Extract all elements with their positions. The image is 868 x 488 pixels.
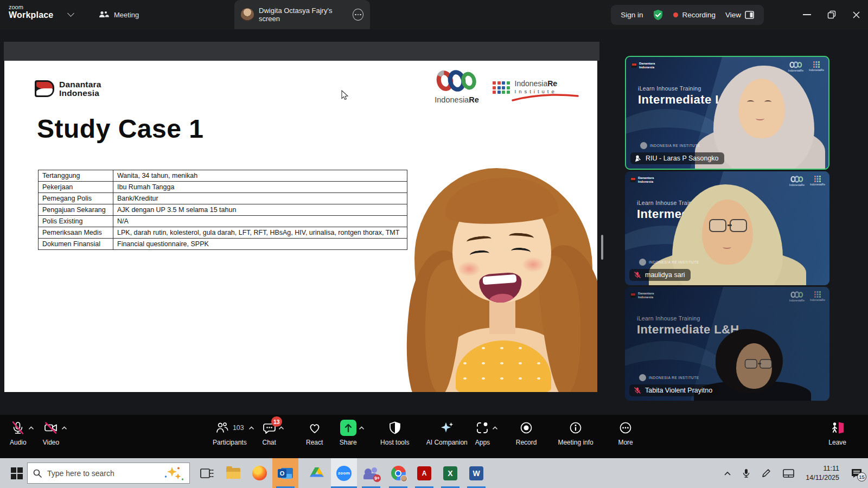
meeting-info-button[interactable]: Meeting info xyxy=(548,420,603,446)
host-tools-button[interactable]: Host tools xyxy=(371,420,419,446)
leave-button[interactable]: Leave xyxy=(828,420,846,446)
taskbar-clock[interactable]: 11:11 14/11/2025 xyxy=(806,464,839,482)
teams-icon: 9+ xyxy=(363,466,379,480)
apps-button[interactable]: Apps xyxy=(475,420,490,446)
clock-time: 11:11 xyxy=(806,464,839,473)
taskbar-search[interactable] xyxy=(27,463,190,484)
meeting-toolbar: Audio Video 103 Participants xyxy=(0,415,868,458)
indonesiare-rings-icon xyxy=(434,69,480,92)
close-icon[interactable] xyxy=(852,11,860,19)
hidden-icons-chevron-icon[interactable] xyxy=(724,471,731,476)
firefox-button[interactable] xyxy=(246,458,272,488)
chrome-button[interactable] xyxy=(385,458,411,488)
word-button[interactable]: W xyxy=(463,458,489,488)
audio-options-chevron-icon[interactable] xyxy=(27,420,36,436)
ai-sparkle-icon xyxy=(439,421,454,435)
windows-logo-icon xyxy=(11,467,23,479)
institute-squares-icon xyxy=(493,81,510,94)
maximize-restore-icon[interactable] xyxy=(827,10,836,19)
table-row: Polis ExistingN/A xyxy=(39,216,407,227)
recording-dot-icon xyxy=(673,12,678,17)
tray-pen-icon[interactable] xyxy=(761,468,771,478)
share-chevron-icon[interactable] xyxy=(357,420,367,436)
vertical-scrollbar[interactable] xyxy=(601,235,603,260)
row-label: Pemeriksaan Medis xyxy=(39,227,113,239)
zoom-app-button[interactable]: zoom xyxy=(331,458,357,488)
video-tile-maulidya[interactable]: DanantaraIndonesia IndonesiaRe Indonesia… xyxy=(625,171,829,285)
indonesiare-text: Indonesia xyxy=(435,95,469,104)
more-label: More xyxy=(618,439,633,446)
chrome-icon xyxy=(391,466,406,480)
more-button[interactable]: More xyxy=(603,420,648,446)
zoom-meeting-window: zoom Workplace Meeting Dwigita Octasya F… xyxy=(0,0,868,488)
pin-icon xyxy=(635,155,642,162)
file-explorer-button[interactable] xyxy=(220,458,246,488)
watermark-avatar xyxy=(639,259,646,266)
glasses-icon xyxy=(709,219,747,232)
google-drive-button[interactable] xyxy=(304,458,330,488)
minimize-icon[interactable] xyxy=(803,14,811,15)
record-button[interactable]: Record xyxy=(504,420,548,446)
participants-icon xyxy=(215,421,229,435)
table-row: Pemeriksaan MedisLPK, darah rutin, koles… xyxy=(39,227,407,239)
participant-nameplate: RIU - Laras P Sasongko xyxy=(630,152,724,164)
girl-illustration xyxy=(410,168,597,392)
excel-button[interactable]: X xyxy=(437,458,463,488)
leave-door-icon xyxy=(830,421,845,435)
brand-zoom: zoom xyxy=(9,4,53,11)
participant-nameplate: Tabita Violent Prayitno xyxy=(629,384,718,396)
tab-shared-screen[interactable]: Dwigita Octasya Fajry's screen xyxy=(234,0,370,29)
participant-name: Tabita Violent Prayitno xyxy=(645,387,712,394)
ai-companion-button[interactable]: AI Companion xyxy=(419,420,475,446)
indonesiare-institute-logo: IndonesiaRe Institute xyxy=(493,79,557,94)
apps-chevron-icon[interactable] xyxy=(490,420,500,436)
tab-meeting[interactable]: Meeting xyxy=(93,0,144,29)
participant-face xyxy=(738,79,785,138)
video-button[interactable]: Video xyxy=(43,420,59,446)
acrobat-icon: A xyxy=(417,466,431,480)
teams-button[interactable]: 9+ xyxy=(358,458,384,488)
muted-mic-icon xyxy=(634,387,641,394)
participants-button[interactable]: 103 Participants xyxy=(213,420,247,446)
row-label: Pemegang Polis xyxy=(39,193,113,204)
background-watermark: INDONESIA RE INSTITUTE xyxy=(639,374,699,381)
row-label: Dokumen Finansial xyxy=(39,239,113,250)
audio-button[interactable]: Audio xyxy=(10,420,27,446)
info-icon xyxy=(569,421,583,435)
participant-nameplate: maulidya sari xyxy=(629,269,691,281)
participant-name: maulidya sari xyxy=(645,271,685,279)
google-drive-icon xyxy=(310,467,324,479)
react-button[interactable]: React xyxy=(294,420,335,446)
table-row: Pemegang PolisBank/Kreditur xyxy=(39,193,407,204)
bing-sparkle-icon xyxy=(163,466,184,481)
background-watermark: INDONESIA RE INSTITUTE xyxy=(640,142,700,149)
security-shield-icon[interactable] xyxy=(653,9,663,21)
video-tile-laras[interactable]: DanantaraIndonesia IndonesiaRe Indonesia… xyxy=(625,56,829,170)
share-button[interactable]: Share xyxy=(340,420,357,446)
chat-button[interactable]: 13 Chat xyxy=(262,420,277,446)
row-label: Pengajuan Sekarang xyxy=(39,204,113,216)
video-options-chevron-icon[interactable] xyxy=(59,420,69,436)
muted-camera-icon xyxy=(43,421,59,435)
notification-center-button[interactable]: 15 xyxy=(851,468,863,479)
tray-microphone-icon[interactable] xyxy=(743,468,750,478)
video-tile-tabita[interactable]: DanantaraIndonesia IndonesiaRe Indonesia… xyxy=(625,287,829,401)
apps-icon xyxy=(475,421,489,435)
outlook-button[interactable]: O xyxy=(272,458,298,488)
view-button[interactable]: View xyxy=(725,11,754,19)
task-view-button[interactable] xyxy=(194,458,220,488)
tab-shared-screen-label: Dwigita Octasya Fajry's screen xyxy=(259,7,348,23)
tab-options-ellipsis-icon[interactable] xyxy=(353,9,363,21)
start-button[interactable] xyxy=(7,458,27,488)
word-icon: W xyxy=(469,466,483,480)
tray-touchpad-icon[interactable] xyxy=(783,469,794,478)
acrobat-button[interactable]: A xyxy=(411,458,437,488)
chat-badge: 13 xyxy=(271,416,282,427)
sign-in-button[interactable]: Sign in xyxy=(621,11,643,19)
search-input[interactable] xyxy=(47,469,158,478)
recording-indicator[interactable]: Recording xyxy=(673,11,716,19)
workspace-chevron-down-icon[interactable] xyxy=(67,10,74,17)
participants-chevron-icon[interactable] xyxy=(247,420,257,436)
table-row: Pengajuan SekarangAJK dengan UP 3.5 M se… xyxy=(39,204,407,216)
danantara-text-1: Danantara xyxy=(59,80,101,88)
